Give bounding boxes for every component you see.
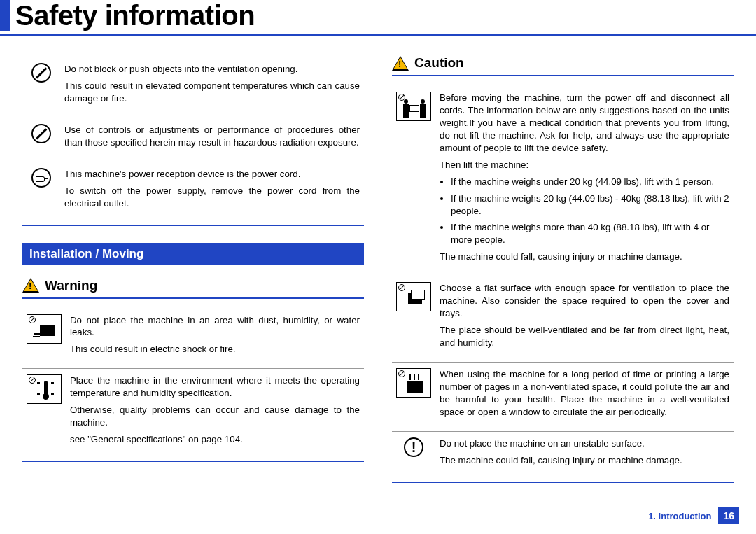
paragraph: The machine could fall, causing injury o… <box>440 251 729 263</box>
cell-text: Do not place the machine in an area with… <box>66 309 364 369</box>
cell-text: Do not place the machine on an unstable … <box>435 431 734 479</box>
paragraph: This could result in electric shock or f… <box>70 343 360 356</box>
footer-chapter: 1. Introduction <box>648 511 711 521</box>
table-row: This machine's power reception device is… <box>22 162 364 222</box>
table-row: Use of controls or adjustments or perfor… <box>22 118 364 162</box>
cell-text: Before moving the machine, turn the powe… <box>435 86 734 276</box>
table-row: When using the machine for a long period… <box>392 362 734 431</box>
caution-label: Caution <box>414 55 464 71</box>
prohibit-icon <box>22 118 60 162</box>
exclamation-icon: ! <box>392 431 435 479</box>
intro-table: Do not block or push objects into the ve… <box>22 57 364 223</box>
list-item: If the machine weighs 20 kg (44.09 lbs) … <box>451 192 729 218</box>
table-row: Place the machine in the environment whe… <box>22 369 364 458</box>
paragraph: Do not block or push objects into the ve… <box>64 63 360 76</box>
cell-text: Choose a flat surface with enough space … <box>435 276 734 363</box>
table-row: ! Do not place the machine on an unstabl… <box>392 431 734 479</box>
paragraph: To switch off the power supply, remove t… <box>64 185 360 210</box>
caution-heading: ! Caution <box>392 55 734 71</box>
prohibit-icon <box>22 57 60 118</box>
page-title: Safety information <box>15 0 255 31</box>
table-row: Do not place the machine in an area with… <box>22 309 364 369</box>
paragraph: see "General specifications" on page 104… <box>70 433 360 446</box>
left-column: Do not block or push objects into the ve… <box>22 55 364 483</box>
title-accent-bar <box>0 0 10 31</box>
caution-table: Before moving the machine, turn the powe… <box>392 86 734 479</box>
title-bar: Safety information <box>0 0 756 31</box>
table-row: Do not block or push objects into the ve… <box>22 57 364 118</box>
cell-text: Do not block or push objects into the ve… <box>60 57 364 118</box>
divider <box>22 461 364 462</box>
cell-text: Place the machine in the environment whe… <box>66 369 364 458</box>
warning-heading: ! Warning <box>22 278 364 293</box>
paragraph: Then lift the machine: <box>440 159 729 171</box>
placement-pictogram <box>392 276 435 363</box>
power-plug-icon <box>22 162 60 222</box>
warning-table: Do not place the machine in an area with… <box>22 309 364 459</box>
paragraph: Otherwise, quality problems can occur an… <box>70 404 360 429</box>
page-number-badge: 16 <box>718 507 739 524</box>
paragraph: Before moving the machine, turn the powe… <box>440 92 729 155</box>
list-item: If the machine weighs more than 40 kg (8… <box>451 221 729 246</box>
dust-humidity-pictogram <box>22 309 66 369</box>
divider <box>392 482 734 483</box>
divider <box>392 75 734 76</box>
paragraph: Place the machine in the environment whe… <box>70 374 360 400</box>
paragraph: This could result in elevated component … <box>64 80 360 105</box>
warning-triangle-icon: ! <box>22 278 39 293</box>
lifting-pictogram <box>392 86 435 276</box>
divider <box>22 297 364 299</box>
right-column: ! Caution Before moving the machine, tur… <box>392 55 734 483</box>
paragraph: The machine could fall, causing injury o… <box>440 454 729 467</box>
temperature-pictogram <box>22 369 66 458</box>
paragraph: Choose a flat surface with enough space … <box>440 282 729 320</box>
section-heading-bar: Installation / Moving <box>22 243 364 265</box>
list-item: If the machine weighs under 20 kg (44.09… <box>451 176 729 188</box>
table-row: Before moving the machine, turn the powe… <box>392 86 734 276</box>
paragraph: Do not place the machine on an unstable … <box>440 437 729 450</box>
paragraph: Use of controls or adjustments or perfor… <box>64 124 360 149</box>
divider <box>22 225 364 226</box>
caution-triangle-icon: ! <box>392 56 409 71</box>
cell-text: When using the machine for a long period… <box>435 362 734 431</box>
content-columns: Do not block or push objects into the ve… <box>0 55 756 483</box>
table-row: Choose a flat surface with enough space … <box>392 276 734 363</box>
paragraph: The place should be well-ventilated and … <box>440 324 729 349</box>
paragraph: This machine's power reception device is… <box>64 168 360 181</box>
page-footer: 1. Introduction 16 <box>648 507 739 524</box>
cell-text: This machine's power reception device is… <box>60 162 364 222</box>
warning-label: Warning <box>45 278 97 293</box>
paragraph: When using the machine for a long period… <box>440 368 729 419</box>
cell-text: Use of controls or adjustments or perfor… <box>60 118 364 162</box>
bullet-list: If the machine weighs under 20 kg (44.09… <box>451 176 729 247</box>
title-rule <box>0 34 756 36</box>
ventilation-pictogram <box>392 362 435 431</box>
paragraph: Do not place the machine in an area with… <box>70 314 360 339</box>
